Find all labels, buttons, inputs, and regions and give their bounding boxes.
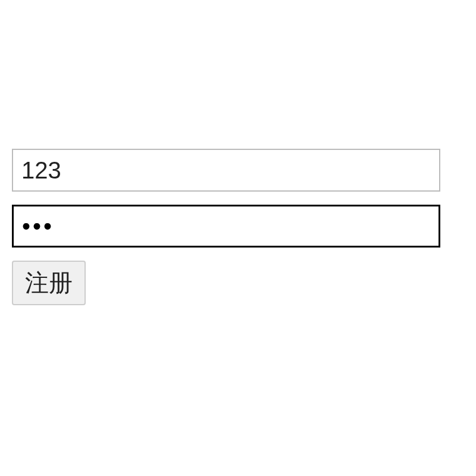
password-input[interactable] — [12, 205, 440, 248]
username-input[interactable] — [12, 149, 440, 192]
register-form: 注册 — [12, 149, 452, 305]
register-button[interactable]: 注册 — [12, 261, 86, 305]
